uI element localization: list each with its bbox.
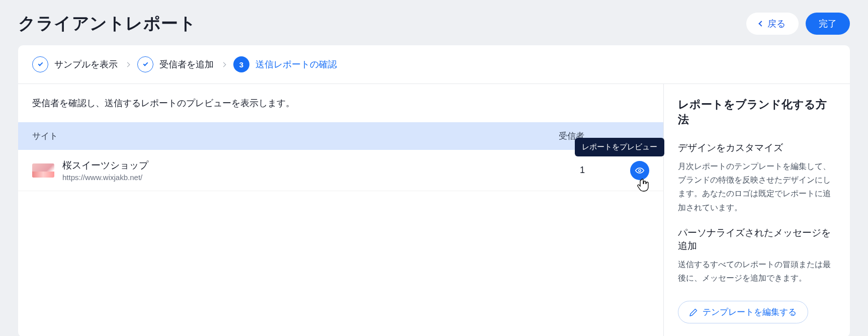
step-3[interactable]: 3 送信レポートの確認	[233, 56, 337, 72]
back-button[interactable]: 戻る	[746, 13, 799, 35]
step-2-label: 受信者を追加	[159, 58, 214, 70]
table-row: 桜スイーツショップ https://www.wixjakb.net/ 1 レポー…	[18, 150, 663, 191]
sidebar-panel: レポートをブランド化する方法 デザインをカスタマイズ 月次レポートのテンプレート…	[664, 84, 850, 336]
step-1-label: サンプルを表示	[54, 58, 118, 70]
done-button[interactable]: 完了	[806, 13, 850, 35]
site-url: https://www.wixjakb.net/	[62, 173, 148, 182]
card-body: 受信者を確認し、送信するレポートのプレビューを表示します。 サイト 受信者 桜ス…	[18, 84, 850, 336]
cursor-hand-icon	[636, 178, 650, 193]
site-name: 桜スイーツショップ	[62, 159, 148, 172]
content-card: サンプルを表示 受信者を追加 3 送信レポートの確認 受信者を確認し、送信するレ…	[18, 45, 850, 336]
step-1[interactable]: サンプルを表示	[32, 56, 118, 72]
preview-report-button[interactable]: レポートをプレビュー	[630, 161, 649, 180]
section-body-message: 送信するすべてのレポートの冒頭または最後に、メッセージを追加できます。	[678, 258, 836, 285]
sidebar-section-design: デザインをカスタマイズ 月次レポートのテンプレートを編集して、ブランドの特徴を反…	[678, 141, 836, 214]
site-info: 桜スイーツショップ https://www.wixjakb.net/	[32, 159, 580, 182]
page-title: クライアントレポート	[18, 12, 196, 35]
page-header: クライアントレポート 戻る 完了	[0, 0, 868, 45]
column-header-site: サイト	[32, 130, 559, 142]
step-3-label: 送信レポートの確認	[255, 58, 337, 70]
step-number-icon: 3	[233, 56, 249, 72]
edit-template-label: テンプレートを編集する	[703, 306, 797, 318]
header-actions: 戻る 完了	[746, 13, 850, 35]
pencil-icon	[689, 308, 698, 316]
back-button-label: 戻る	[767, 18, 786, 30]
sidebar-section-message: パーソナライズされたメッセージを追加 送信するすべてのレポートの冒頭または最後に…	[678, 226, 836, 285]
svg-point-0	[639, 169, 641, 171]
table-header: サイト 受信者	[18, 122, 663, 150]
section-body-design: 月次レポートのテンプレートを編集して、ブランドの特徴を反映させたデザインにします…	[678, 159, 836, 214]
chevron-right-icon	[125, 62, 130, 67]
chevron-left-icon	[758, 21, 764, 26]
preview-tooltip: レポートをプレビュー	[575, 138, 664, 156]
site-thumbnail	[32, 163, 54, 178]
check-icon	[137, 56, 153, 72]
main-panel: 受信者を確認し、送信するレポートのプレビューを表示します。 サイト 受信者 桜ス…	[18, 84, 664, 336]
section-heading-design: デザインをカスタマイズ	[678, 141, 836, 154]
step-progress: サンプルを表示 受信者を追加 3 送信レポートの確認	[18, 45, 850, 84]
chevron-right-icon	[221, 62, 226, 67]
eye-icon	[635, 167, 645, 174]
instruction-text: 受信者を確認し、送信するレポートのプレビューを表示します。	[18, 84, 663, 122]
step-2[interactable]: 受信者を追加	[137, 56, 214, 72]
sidebar-title: レポートをブランド化する方法	[678, 97, 836, 127]
check-icon	[32, 56, 48, 72]
edit-template-button[interactable]: テンプレートを編集する	[678, 301, 808, 323]
done-button-label: 完了	[819, 18, 837, 30]
recipient-count: 1	[580, 165, 630, 176]
section-heading-message: パーソナライズされたメッセージを追加	[678, 226, 836, 253]
